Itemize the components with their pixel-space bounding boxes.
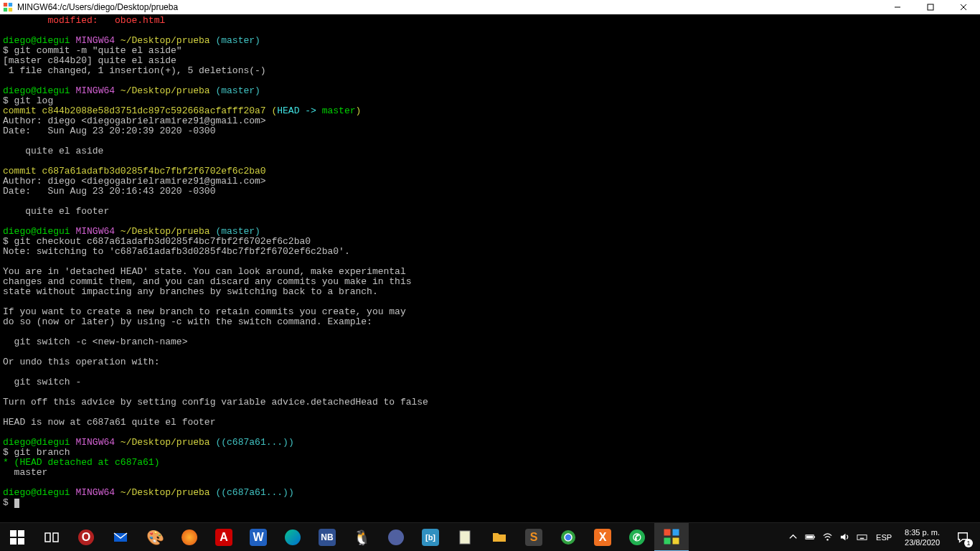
app-icon: [3, 2, 13, 12]
terminal-line: do so (now or later) by using -c with th…: [3, 317, 977, 327]
terminal-line: [3, 257, 977, 267]
taskbar-app-discord[interactable]: [379, 523, 413, 552]
taskbar-app-whatsapp[interactable]: ✆: [620, 523, 654, 552]
terminal-line: You are in 'detached HEAD' state. You ca…: [3, 267, 977, 277]
taskbar-app-paint[interactable]: 🎨: [138, 523, 172, 552]
svg-rect-8: [10, 530, 17, 537]
terminal-line: [3, 327, 977, 337]
svg-rect-21: [664, 537, 671, 544]
tray-language[interactable]: ESP: [872, 533, 896, 542]
taskbar-app-mail[interactable]: [103, 523, 138, 552]
terminal-cursor: [14, 499, 19, 508]
terminal-line: [3, 408, 977, 418]
svg-rect-13: [53, 533, 58, 542]
terminal-line: [master c844b20] quite el aside: [3, 56, 977, 66]
terminal-line: diego@diegui MINGW64 ~/Desktop/prueba (m…: [3, 86, 977, 96]
svg-rect-28: [857, 535, 866, 540]
terminal-line: Author: diego <diegogabrielramirez91@gma…: [3, 116, 977, 126]
svg-rect-19: [664, 529, 671, 535]
terminal-line: git switch -: [3, 377, 977, 387]
svg-rect-3: [9, 8, 12, 11]
minimize-button[interactable]: [881, 0, 914, 14]
svg-rect-12: [45, 533, 50, 542]
svg-rect-5: [928, 4, 933, 10]
window-title: MINGW64:/c/Users/diego/Desktop/prueba: [17, 2, 178, 12]
svg-rect-25: [806, 536, 812, 539]
tray-notifications-icon[interactable]: 1: [948, 523, 977, 552]
maximize-button[interactable]: [914, 0, 947, 14]
terminal-line: [3, 156, 977, 166]
terminal-line: [3, 478, 977, 488]
terminal-line: [3, 297, 977, 307]
terminal-line: [3, 347, 977, 357]
svg-rect-11: [18, 538, 24, 545]
tray-volume-icon[interactable]: [837, 523, 852, 552]
terminal-line: If you want to create a new branch to re…: [3, 307, 977, 317]
taskbar-app-netbeans[interactable]: NB: [310, 523, 344, 552]
svg-rect-15: [460, 531, 470, 544]
tray-battery-icon[interactable]: [803, 523, 817, 552]
titlebar-controls: [881, 0, 980, 14]
terminal-line: quite el aside: [3, 146, 977, 156]
taskbar-app-sublime[interactable]: S: [517, 523, 551, 552]
terminal-line: diego@diegui MINGW64 ~/Desktop/prueba (m…: [3, 36, 977, 46]
svg-rect-1: [9, 3, 12, 6]
svg-marker-27: [840, 534, 845, 540]
terminal-line: modified: oboe.html: [3, 16, 977, 26]
tray-keyboard-icon[interactable]: [854, 523, 869, 552]
terminal-line: state without impacting any branches by …: [3, 287, 977, 297]
taskbar-app-brackets[interactable]: [b]: [413, 523, 448, 552]
tray-time: 8:35 p. m.: [905, 527, 940, 537]
terminal-output[interactable]: modified: oboe.html diego@diegui MINGW64…: [0, 14, 980, 522]
svg-point-26: [826, 539, 828, 540]
terminal-line: HEAD is now at c687a61 quite el footer: [3, 418, 977, 428]
terminal-line: commit c687a61adafb3d0285f4bc7fbf2f6702e…: [3, 166, 977, 176]
taskbar-app-chrome[interactable]: [551, 523, 585, 552]
terminal-line: [3, 76, 977, 86]
taskbar-app-xampp[interactable]: X: [585, 523, 620, 552]
svg-rect-0: [4, 3, 7, 6]
taskbar-app-edge[interactable]: [275, 523, 310, 552]
taskbar-app-notepad[interactable]: [448, 523, 482, 552]
terminal-line: Or undo this operation with:: [3, 357, 977, 367]
terminal-line: diego@diegui MINGW64 ~/Desktop/prueba (m…: [3, 227, 977, 237]
terminal-line: [3, 26, 977, 36]
terminal-line: master: [3, 468, 977, 478]
terminal-line: git switch -c <new-branch-name>: [3, 337, 977, 347]
tray-chevron-up-icon[interactable]: [786, 523, 800, 552]
taskbar-app-opera[interactable]: O: [69, 523, 103, 552]
terminal-line: Author: diego <diegogabrielramirez91@gma…: [3, 176, 977, 187]
taskbar-app-word[interactable]: W: [241, 523, 275, 552]
tray-date: 23/8/2020: [905, 537, 940, 547]
close-button[interactable]: [947, 0, 980, 14]
terminal-line: [3, 387, 977, 397]
terminal-line: $ git branch: [3, 448, 977, 458]
svg-rect-24: [814, 537, 815, 538]
tray-wifi-icon[interactable]: [820, 523, 834, 552]
taskbar-right: ESP 8:35 p. m. 23/8/2020 1: [786, 523, 980, 551]
titlebar-left: MINGW64:/c/Users/diego/Desktop/prueba: [0, 2, 178, 12]
terminal-line: Date: Sun Aug 23 20:16:43 2020 -0300: [3, 187, 977, 197]
terminal-line: * (HEAD detached at c687a61): [3, 458, 977, 468]
terminal-line: $: [3, 498, 977, 508]
taskbar-left: O 🎨 A W NB 🐧 [b] S X ✆: [0, 523, 689, 551]
terminal-line: $ git log: [3, 96, 977, 106]
terminal-line: $ git checkout c687a61adafb3d0285f4bc7fb…: [3, 237, 977, 247]
app-window: MINGW64:/c/Users/diego/Desktop/prueba mo…: [0, 0, 980, 551]
terminal-line: quite el footer: [3, 207, 977, 217]
terminal-line: [3, 197, 977, 207]
taskbar-app-tux[interactable]: 🐧: [344, 523, 379, 552]
taskbar-app-mintty[interactable]: [654, 523, 689, 552]
taskbar-app-firefox[interactable]: [172, 523, 207, 552]
task-view-button[interactable]: [34, 523, 69, 552]
notif-badge: 1: [964, 539, 973, 547]
titlebar[interactable]: MINGW64:/c/Users/diego/Desktop/prueba: [0, 0, 980, 14]
start-button[interactable]: [0, 523, 34, 552]
taskbar-app-acrobat[interactable]: A: [207, 523, 241, 552]
terminal-line: Note: switching to 'c687a61adafb3d0285f4…: [3, 247, 977, 257]
terminal-line: 1 file changed, 1 insertion(+), 5 deleti…: [3, 66, 977, 76]
tray-clock[interactable]: 8:35 p. m. 23/8/2020: [899, 527, 946, 547]
svg-rect-9: [18, 530, 24, 537]
terminal-line: changes and commit them, and you can dis…: [3, 277, 977, 287]
taskbar-app-explorer[interactable]: [482, 523, 517, 552]
